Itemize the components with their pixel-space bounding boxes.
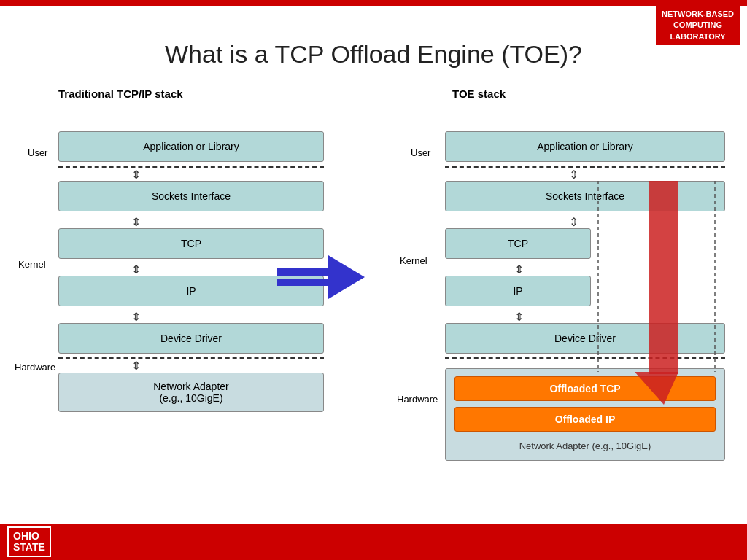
right-tcp-label: TCP [508, 238, 528, 249]
right-offloaded-tcp-box: Offloaded TCP [454, 376, 716, 401]
right-network-outer-box: Offloaded TCP Offloaded IP Network Adapt… [445, 368, 725, 461]
left-sockets-label: Sockets Interface [152, 190, 231, 202]
left-arrow-5: ⇕ [131, 359, 141, 373]
left-arrow-2: ⇕ [131, 215, 141, 229]
right-driver-box: Device Driver [445, 323, 725, 354]
logo-line1: NETWORK-BASED [662, 9, 734, 18]
left-stack-title: Traditional TCP/IP stack [58, 88, 183, 100]
big-arrow-container [277, 248, 365, 309]
left-driver-box: Device Driver [58, 323, 324, 354]
left-user-label: User [28, 147, 47, 158]
ohio-state-logo: OHIOSTATE [7, 526, 51, 558]
right-arrow-3: ⇕ [514, 262, 524, 276]
left-driver-label: Device Driver [160, 332, 222, 344]
left-network-box: Network Adapter(e.g., 10GigE) [58, 373, 324, 412]
right-stack-title: TOE stack [452, 88, 506, 100]
svg-rect-0 [277, 268, 332, 276]
main-title: What is a TCP Offload Engine (TOE)? [0, 40, 747, 69]
right-sockets-box: Sockets Interface [445, 181, 725, 211]
top-red-bar [0, 0, 747, 6]
right-hardware-label: Hardware [397, 394, 438, 405]
left-ip-label: IP [186, 285, 196, 297]
left-kernel-label: Kernel [18, 259, 46, 270]
left-app-box: Application or Library [58, 131, 324, 162]
right-dashed-2 [445, 357, 725, 359]
bottom-bar: OHIOSTATE [0, 524, 747, 560]
big-arrow-svg [277, 248, 365, 306]
left-network-label: Network Adapter(e.g., 10GigE) [153, 381, 229, 404]
svg-marker-2 [328, 255, 365, 299]
right-app-label: Application or Library [537, 141, 633, 152]
ohio-state-text: OHIOSTATE [13, 530, 45, 553]
left-sockets-box: Sockets Interface [58, 181, 324, 211]
right-user-label: User [411, 147, 430, 158]
right-network-label: Network Adapter (e.g., 10GigE) [454, 438, 716, 451]
logo-line3: LABORATORY [670, 32, 725, 41]
left-hardware-label: Hardware [15, 362, 55, 373]
right-arrow-2: ⇕ [569, 215, 578, 229]
right-driver-label: Device Driver [554, 332, 616, 344]
left-dashed-2 [58, 357, 324, 359]
right-ip-label: IP [513, 285, 522, 297]
right-dashed-1 [445, 166, 725, 168]
left-tcp-label: TCP [181, 238, 201, 249]
svg-rect-1 [277, 279, 332, 286]
right-app-box: Application or Library [445, 131, 725, 162]
right-ip-box: IP [445, 276, 591, 306]
logo-line2: COMPUTING [673, 20, 722, 29]
left-app-label: Application or Library [143, 141, 239, 152]
right-tcp-box: TCP [445, 228, 591, 259]
left-dashed-1 [58, 166, 324, 168]
right-arrow-4: ⇕ [514, 310, 524, 324]
left-arrow-1: ⇕ [131, 168, 141, 182]
right-sockets-label: Sockets Interface [546, 190, 624, 202]
right-offloaded-ip-box: Offloaded IP [454, 407, 716, 432]
right-arrow-1: ⇕ [569, 168, 578, 182]
right-offloaded-ip-label: Offloaded IP [555, 413, 615, 425]
right-kernel-label: Kernel [400, 255, 427, 266]
diagram-area: Traditional TCP/IP stack User Kernel Har… [15, 88, 732, 516]
left-arrow-3: ⇕ [131, 262, 141, 276]
left-arrow-4: ⇕ [131, 310, 141, 324]
right-offloaded-tcp-label: Offloaded TCP [549, 383, 620, 394]
